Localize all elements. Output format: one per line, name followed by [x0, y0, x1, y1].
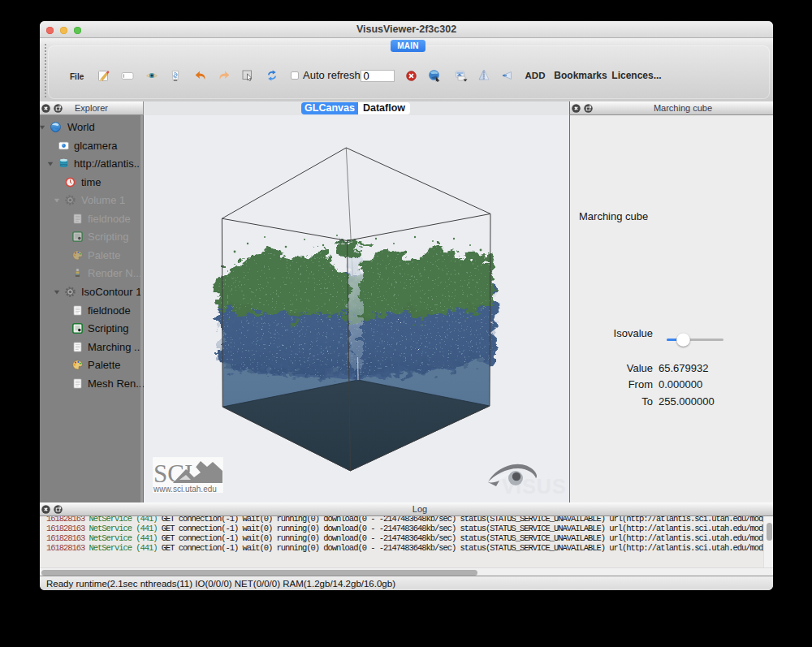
svg-text:www.sci.utah.edu: www.sci.utah.edu — [153, 485, 217, 494]
